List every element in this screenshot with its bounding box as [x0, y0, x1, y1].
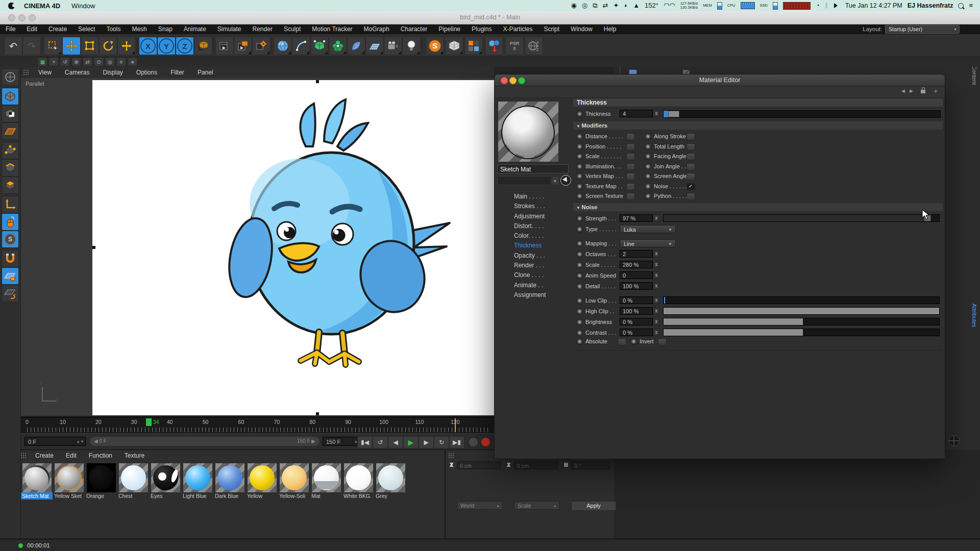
stepper-icon[interactable]	[653, 282, 659, 290]
previous-frame-button[interactable]: ◀	[388, 436, 403, 448]
param-slider[interactable]	[663, 214, 940, 222]
param-slider[interactable]	[663, 329, 940, 336]
viewport-menu-item[interactable]: Filter	[164, 69, 191, 76]
modifier-checkbox[interactable]	[687, 153, 695, 160]
keyframe-radio[interactable]	[576, 193, 583, 199]
param-value-field[interactable]: 100 %	[620, 307, 653, 315]
scale-tool-button[interactable]	[81, 37, 99, 55]
tab-attributes[interactable]: Attributes	[971, 304, 977, 327]
keyframe-record-icon[interactable]	[469, 437, 478, 447]
param-dropdown[interactable]: Luka	[620, 225, 676, 233]
viewport-menu-item[interactable]: Options	[130, 69, 164, 76]
snap-button[interactable]	[2, 250, 19, 267]
thickness-value-field[interactable]: 4	[620, 110, 653, 117]
keyframe-radio[interactable]	[576, 251, 583, 258]
volume-icon[interactable]	[834, 3, 840, 8]
coordinate-space-select[interactable]: World	[457, 501, 503, 510]
modifier-checkbox[interactable]	[687, 183, 695, 190]
viewport[interactable]: Parallel	[20, 78, 494, 416]
add-light-button[interactable]	[402, 37, 421, 55]
viewport-menu-item[interactable]: Panel	[191, 69, 220, 76]
material-name-label[interactable]: Yellow Sket	[53, 492, 85, 499]
axis-mode-button[interactable]	[2, 196, 19, 213]
stepper-icon[interactable]	[653, 214, 659, 222]
app-menu-item[interactable]: Simulate	[212, 24, 247, 34]
sketch-toon-button[interactable]: S	[426, 37, 444, 55]
param-value-field[interactable]: 0 %	[620, 296, 653, 304]
material-name-label[interactable]: White BKG.	[342, 492, 374, 499]
stepper-icon[interactable]	[653, 329, 659, 336]
material-swatch[interactable]: Yellow	[246, 463, 278, 499]
keyframe-radio[interactable]	[576, 133, 583, 140]
goto-start-button[interactable]: ▮◀	[357, 436, 373, 448]
drop-to-floor-button[interactable]	[485, 37, 503, 55]
polygons-mode-button[interactable]	[2, 177, 19, 194]
goto-end-button[interactable]: ▶▮	[449, 436, 464, 448]
material-editor-titlebar[interactable]: Material Editor	[495, 74, 945, 86]
soft-selection-button[interactable]: S	[2, 231, 19, 248]
material-name-label[interactable]: Grey	[375, 492, 406, 499]
keyframe-radio[interactable]	[576, 111, 583, 117]
lock-z-axis-button[interactable]: Z	[176, 37, 194, 55]
keyframe-radio[interactable]	[576, 319, 583, 325]
keyframe-radio[interactable]	[645, 183, 651, 190]
modifier-checkbox[interactable]	[626, 143, 635, 151]
layout-select[interactable]: Startup (User)	[885, 25, 960, 34]
material-name-label[interactable]: Eyes	[150, 492, 181, 499]
keyframe-radio[interactable]	[576, 183, 583, 190]
material-preview[interactable]	[87, 463, 116, 492]
points-mode-icon[interactable]: ▦	[38, 57, 47, 66]
param-value-field[interactable]: 2	[620, 250, 653, 258]
app-menu-item[interactable]: Select	[72, 24, 101, 34]
keyframe-radio[interactable]	[576, 173, 583, 180]
timemachine-icon[interactable]: ◔	[816, 0, 820, 11]
stepper-icon[interactable]	[653, 296, 659, 304]
record-button[interactable]	[481, 437, 491, 447]
keyframe-radio[interactable]	[576, 215, 583, 222]
app-menu-item[interactable]: Render	[247, 24, 278, 34]
material-preview[interactable]	[119, 463, 148, 492]
app-menu-item[interactable]: Window	[565, 24, 598, 34]
weld-icon[interactable]: ⊙	[94, 57, 104, 66]
modifier-checkbox[interactable]	[687, 163, 695, 170]
mac-window-menu[interactable]: Window	[71, 2, 95, 10]
viewport-menu-item[interactable]: View	[32, 69, 58, 76]
clear-selection-icon[interactable]: ⊗	[71, 57, 81, 66]
param-value-field[interactable]: 280 %	[620, 261, 653, 268]
mem-bar-icon[interactable]	[717, 2, 722, 10]
material-name-field[interactable]: Sketch Mat	[497, 164, 569, 173]
material-swatch[interactable]: Dark Blue	[214, 463, 246, 499]
material-preview[interactable]	[344, 463, 373, 492]
keyframe-radio[interactable]	[576, 143, 583, 150]
material-name-label[interactable]: Yellow-Soli	[278, 492, 310, 499]
twitter-icon[interactable]: ◗	[624, 0, 628, 11]
timeline-playhead[interactable]	[146, 418, 152, 426]
modifier-checkbox[interactable]	[687, 133, 695, 140]
notification-center-icon[interactable]: ≡	[969, 0, 973, 11]
workplane-transform-button[interactable]	[2, 285, 19, 302]
rotation-value-field[interactable]: 0 °	[571, 461, 610, 469]
keyframe-radio[interactable]	[576, 308, 583, 315]
app-menu-item[interactable]: Character	[395, 24, 433, 34]
material-swatch[interactable]: Yellow Sket	[53, 463, 85, 499]
coordinate-system-button[interactable]	[194, 37, 212, 55]
delete-icon[interactable]: ×	[49, 57, 59, 66]
keyframe-radio[interactable]	[576, 283, 583, 290]
add-icon[interactable]: +	[934, 87, 938, 95]
app-menu-item[interactable]: Script	[538, 24, 565, 34]
next-frame-button[interactable]: ▶	[419, 436, 434, 448]
material-name-label[interactable]: Chest	[117, 492, 149, 499]
bridge-icon[interactable]: ⇄	[83, 57, 92, 66]
wifi-icon[interactable]: ◠◠	[664, 0, 675, 11]
app-menu-item[interactable]: Pipeline	[433, 24, 466, 34]
material-menu-item[interactable]: Create	[29, 452, 60, 459]
maximize-button[interactable]	[518, 77, 525, 84]
param-value-field[interactable]: 0 %	[620, 329, 653, 336]
material-name-label[interactable]: Yellow	[246, 492, 278, 499]
windows-icon[interactable]: ⧉	[593, 0, 597, 11]
material-menu-item[interactable]: Edit	[60, 452, 83, 459]
add-camera-button[interactable]	[384, 37, 402, 55]
world-axis-button[interactable]: XYZ	[525, 37, 543, 55]
thickness-slider[interactable]	[663, 110, 941, 118]
material-name-label[interactable]: Orange	[85, 492, 117, 499]
